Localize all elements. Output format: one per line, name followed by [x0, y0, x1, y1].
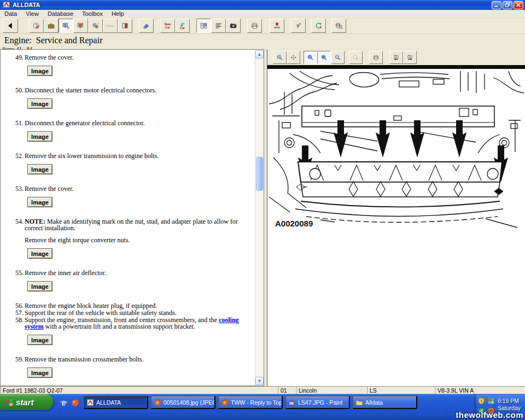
- viewer-print-button[interactable]: [369, 51, 383, 64]
- zoom-window-button[interactable]: [317, 51, 331, 64]
- note-button[interactable]: NOTE: [270, 19, 284, 33]
- scrollbar-thumb[interactable]: [256, 157, 263, 191]
- help-button[interactable]: ?: [291, 19, 306, 33]
- next-image-button[interactable]: [403, 51, 417, 64]
- viewer-image-top-border: [267, 65, 525, 69]
- msn-icon[interactable]: [71, 398, 80, 407]
- vehicle-report-icon: [33, 20, 40, 31]
- firefox-icon: [154, 399, 161, 406]
- page-setup-button[interactable]: [331, 19, 346, 33]
- start-button-label: start: [16, 398, 34, 407]
- repair-book-icon: [121, 20, 129, 31]
- step-number: 54.: [15, 218, 25, 248]
- image-button[interactable]: Image: [27, 335, 52, 345]
- zoom-previous-icon: [353, 52, 359, 62]
- step-number: 49.: [15, 54, 25, 66]
- windows-taskbar: start e ALLDATA00501408.jpg (JPEG ...TWW…: [0, 394, 525, 420]
- menu-data[interactable]: Data: [0, 10, 21, 18]
- status-bar: Ford #1 1982-03 Q2-0701LincolnLSV8-3.9L …: [0, 386, 525, 394]
- note-icon: NOTE: [273, 20, 281, 31]
- vehicle-report-button[interactable]: [29, 19, 44, 33]
- image-button[interactable]: Image: [27, 164, 52, 174]
- step-number: 53.: [15, 185, 25, 197]
- taskbar-button[interactable]: LS47.JPG - Paint: [285, 395, 350, 409]
- step-number: 59.: [15, 356, 25, 368]
- step-text: Support the rear of the vehicle with sui…: [25, 310, 246, 316]
- status-field-3: LS: [367, 386, 435, 394]
- zoom-window-icon: [321, 52, 327, 62]
- taskbar-button[interactable]: 00501408.jpg (JPEG ...: [150, 395, 215, 409]
- zoom-in-button[interactable]: [273, 51, 287, 64]
- step-text: Support the engine, transmission, front …: [25, 317, 246, 330]
- menu-database[interactable]: Database: [43, 10, 78, 18]
- step-text: Remove the inner air deflector.: [25, 270, 246, 276]
- image-view-button[interactable]: [226, 19, 241, 33]
- shield-icon[interactable]: !: [477, 397, 485, 405]
- image-button[interactable]: Image: [27, 131, 52, 142]
- procedure-step: 53.Remove the cover.: [15, 185, 255, 197]
- print-button[interactable]: [247, 19, 262, 33]
- toolbox-button[interactable]: [44, 19, 59, 33]
- maintenance-button[interactable]: [139, 19, 154, 33]
- taskbar-button-label: LS47.JPG - Paint: [298, 399, 342, 406]
- menu-help[interactable]: Help: [107, 10, 129, 18]
- parts-labor-button[interactable]: ?: [88, 19, 103, 33]
- new-car-button[interactable]: NewCar: [160, 19, 175, 33]
- viewer-toolbar: [267, 49, 525, 65]
- procedure-steps-list: 49.Remove the cover.Image50.Disconnect t…: [1, 50, 255, 386]
- main-toolbar: ?BrowseNewCarCarNOTE?: [0, 18, 525, 34]
- close-button[interactable]: [514, 1, 523, 9]
- component-search-button[interactable]: [59, 19, 73, 33]
- svg-text:?: ?: [296, 23, 300, 29]
- procedure-step: 59.Remove the transmission crossmember b…: [15, 356, 255, 368]
- start-button[interactable]: start: [0, 394, 53, 410]
- step-number: 58.: [15, 317, 25, 335]
- cooling-system-link[interactable]: cooling system: [25, 316, 239, 330]
- procedure-step: 50.Disconnect the starter motor electric…: [15, 87, 255, 98]
- tsb-button[interactable]: [73, 19, 88, 33]
- vertical-scrollbar[interactable]: ▲ ▼: [255, 50, 264, 386]
- step-subtext: Remove the eight torque converter nuts.: [25, 237, 246, 243]
- image-button[interactable]: Image: [27, 197, 52, 207]
- pan-button[interactable]: [287, 51, 300, 64]
- watermark-text: thewolfweb.com: [456, 410, 523, 419]
- previous-image-icon: [393, 52, 399, 62]
- image-button[interactable]: Image: [27, 248, 52, 259]
- change-car-icon: Car: [179, 20, 186, 31]
- menu-view[interactable]: View: [21, 10, 43, 18]
- taskbar-button[interactable]: Alldata: [352, 395, 417, 409]
- step-number: 51.: [15, 120, 25, 131]
- change-car-button[interactable]: Car: [175, 19, 190, 33]
- paint-icon: [288, 399, 296, 406]
- display-settings-icon[interactable]: [487, 397, 495, 405]
- scroll-up-button[interactable]: ▲: [255, 50, 264, 59]
- restore-button[interactable]: [503, 1, 512, 9]
- svg-text:e: e: [62, 398, 66, 407]
- taskbar-button[interactable]: TWW - Reply to Topic...: [218, 395, 283, 409]
- menu-toolbox[interactable]: Toolbox: [78, 10, 107, 18]
- back-arrow-icon: [7, 20, 14, 31]
- technical-diagram[interactable]: A0020089: [267, 69, 525, 386]
- image-button[interactable]: Image: [27, 98, 52, 109]
- svg-text:Car: Car: [165, 26, 170, 29]
- zoom-dynamic-icon: [307, 52, 313, 62]
- split-view-icon: [200, 20, 207, 31]
- step-text: Disconnect the generator electrical conn…: [25, 120, 246, 126]
- image-button[interactable]: Image: [27, 368, 52, 378]
- refresh-button[interactable]: [311, 19, 326, 33]
- minimize-button[interactable]: [492, 1, 501, 9]
- back-arrow-button[interactable]: [3, 19, 18, 33]
- svg-text:?: ?: [97, 22, 99, 26]
- taskbar-button[interactable]: ALLDATA: [83, 395, 148, 409]
- zoom-out-button[interactable]: [331, 51, 345, 64]
- split-view-button[interactable]: [196, 19, 211, 33]
- windows-flag-icon: [4, 398, 14, 407]
- previous-image-button[interactable]: [389, 51, 403, 64]
- image-button[interactable]: Image: [27, 281, 52, 291]
- internet-explorer-icon[interactable]: e: [59, 398, 68, 407]
- text-view-button[interactable]: [211, 19, 226, 33]
- image-button[interactable]: Image: [27, 66, 52, 76]
- zoom-dynamic-button[interactable]: [304, 51, 317, 64]
- scroll-down-button[interactable]: ▼: [255, 377, 264, 385]
- repair-book-button[interactable]: [118, 19, 132, 33]
